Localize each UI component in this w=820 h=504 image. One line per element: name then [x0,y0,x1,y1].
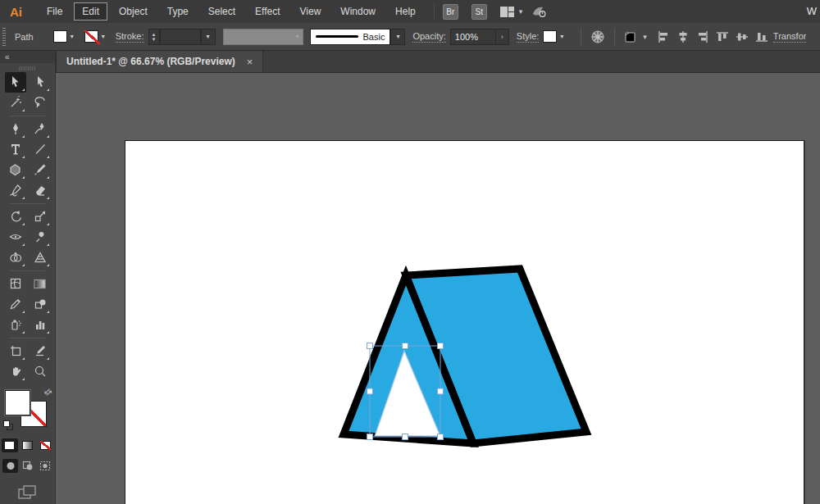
tent-artwork[interactable] [125,141,805,504]
fill-proxy[interactable] [5,390,30,415]
align-horizontal-center-icon[interactable] [675,29,691,45]
gradient-button[interactable] [20,438,36,452]
opacity-control[interactable]: 100% › [450,29,509,45]
menu-view[interactable]: View [292,2,330,20]
menu-file[interactable]: File [39,2,71,20]
type-tool[interactable] [5,139,26,160]
document-tab[interactable]: Untitled-1* @ 66.67% (RGB/Preview) × [56,51,263,72]
pen-tool[interactable] [5,119,26,139]
workspace-switcher-icon[interactable] [500,7,514,17]
scale-tool[interactable] [30,207,51,227]
change-screen-mode-button[interactable] [17,484,39,504]
brush-definition-value: Basic [363,32,385,42]
artboard[interactable] [125,140,804,504]
gpu-performance-icon[interactable] [531,3,547,20]
stroke-weight-dropdown[interactable]: ▾ [201,29,216,45]
shape-builder-tool[interactable] [5,247,26,268]
symbol-sprayer-tool[interactable] [5,315,26,335]
polygon-tool[interactable] [5,160,26,180]
align-horizontal-left-icon[interactable]: line{stroke:#bdbdbd;stroke-width:1.4} [655,29,672,45]
align-vertical-bottom-icon[interactable] [754,29,770,45]
fill-color-control[interactable]: ▾ [53,30,77,43]
document-tab-title: Untitled-1* @ 66.67% (RGB/Preview) [66,56,235,67]
graphic-style-control[interactable]: ▾ [543,30,567,43]
stroke-panel-link[interactable]: Stroke: [116,31,144,43]
puppet-warp-tool[interactable] [30,227,51,247]
chevron-down-icon[interactable]: ▾ [67,33,77,40]
rotate-tool[interactable] [5,207,26,227]
opacity-input[interactable]: 100% [450,29,496,45]
color-button[interactable] [2,438,18,452]
draw-normal-button[interactable] [2,459,18,473]
blend-tool[interactable] [30,294,51,315]
stroke-weight-control[interactable]: ▲▼ ▾ [148,29,216,45]
selection-tool[interactable] [5,72,26,93]
document-tab-strip: Untitled-1* @ 66.67% (RGB/Preview) × [56,51,820,73]
panel-grip[interactable]: |||||||| [19,66,35,70]
perspective-grid-tool[interactable] [30,247,51,268]
default-fill-stroke-icon[interactable] [3,420,13,430]
none-button[interactable] [38,438,54,452]
stroke-swatch-none[interactable] [84,30,98,43]
magic-wand-tool[interactable] [5,93,26,113]
menu-object[interactable]: Object [111,2,156,20]
stroke-style-control[interactable]: Basic ▾ [310,29,406,45]
align-vertical-center-icon[interactable] [734,29,750,45]
eyedropper-tool[interactable] [5,294,26,315]
menu-window[interactable]: Window [332,2,384,20]
stock-button[interactable]: St [472,4,487,20]
stroke-color-control[interactable]: ▾ [84,30,108,43]
divider [10,338,46,338]
menu-bar: Ai File Edit Object Type Select Effect V… [0,0,820,23]
direct-selection-tool[interactable] [30,72,51,93]
gradient-tool[interactable] [30,274,51,294]
chevron-down-icon[interactable]: ▾ [519,7,523,16]
swap-fill-stroke-icon[interactable]: ⇆ [42,385,55,398]
stroke-weight-input[interactable] [160,29,201,45]
zoom-tool[interactable] [30,361,51,382]
recolor-artwork-icon[interactable] [590,29,606,45]
mesh-tool[interactable] [5,274,26,294]
width-tool[interactable] [5,227,26,247]
illustrator-logo: Ai [10,5,22,19]
menu-select[interactable]: Select [200,2,244,20]
menu-help[interactable]: Help [387,2,424,20]
collapse-panel-button[interactable]: « [0,51,55,63]
chevron-down-icon[interactable]: ▾ [643,33,647,41]
close-tab-icon[interactable]: × [247,56,253,68]
chevron-down-icon[interactable]: ▾ [557,33,567,40]
transform-panel-link[interactable]: Transform [773,31,806,43]
panel-grip[interactable] [2,28,8,46]
shaper-tool[interactable] [5,180,26,201]
opacity-panel-link[interactable]: Opacity: [412,31,445,43]
eraser-tool[interactable] [30,180,51,201]
curvature-tool[interactable] [30,119,51,139]
draw-behind-button[interactable] [20,459,35,473]
menu-edit[interactable]: Edit [74,2,107,20]
divider [10,203,46,204]
opacity-expand-button[interactable]: › [496,29,509,45]
brush-dropdown-chevron[interactable]: ▾ [390,29,405,45]
align-vertical-top-icon[interactable] [714,29,731,45]
bridge-button[interactable]: Br [443,4,458,20]
align-horizontal-right-icon[interactable] [695,29,711,45]
artboard-tool[interactable] [5,341,26,361]
brush-definition-dropdown[interactable]: Basic [310,29,391,45]
draw-inside-button[interactable] [37,459,52,473]
menu-type[interactable]: Type [159,2,197,20]
appearance-buttons [2,438,54,452]
isolate-object-icon[interactable] [623,29,640,45]
stroke-weight-stepper[interactable]: ▲▼ [148,29,160,45]
lasso-tool[interactable] [30,93,51,113]
column-graph-tool[interactable] [30,315,51,335]
hand-tool[interactable] [5,361,26,382]
menu-effect[interactable]: Effect [247,2,288,20]
chevron-down-icon: ▾ [293,33,303,40]
line-segment-tool[interactable] [30,139,51,160]
style-panel-link[interactable]: Style: [517,31,540,43]
fill-swatch[interactable] [53,30,67,43]
graphic-style-swatch[interactable] [543,30,557,43]
canvas-pasteboard[interactable] [56,73,820,504]
slice-tool[interactable] [30,341,51,361]
paintbrush-tool[interactable] [30,160,51,180]
